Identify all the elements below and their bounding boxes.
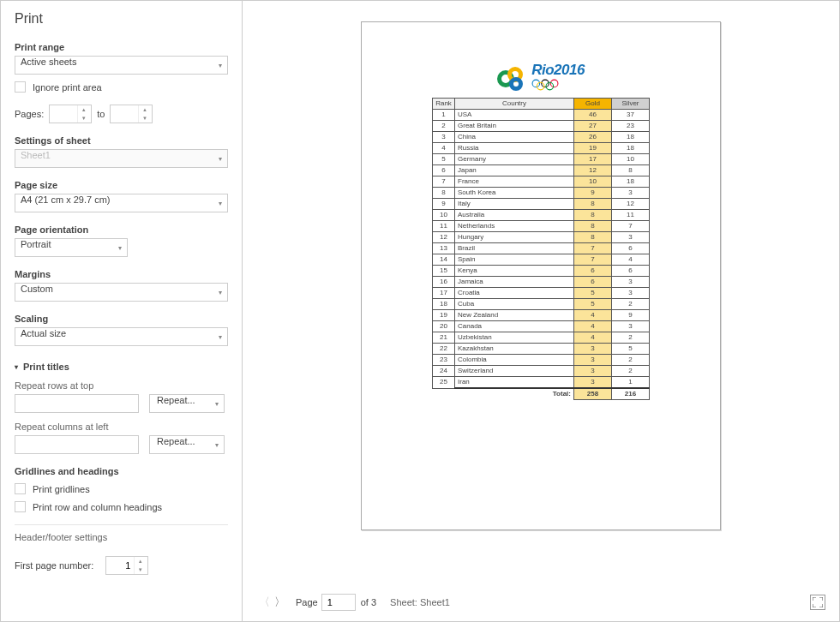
repeat-rows-button[interactable]: Repeat... ▾ xyxy=(149,394,225,413)
cell-rank: 23 xyxy=(433,355,455,366)
spinner-down-icon[interactable]: ▼ xyxy=(139,114,150,123)
pages-from-field[interactable] xyxy=(50,105,77,123)
cell-gold: 6 xyxy=(574,277,612,288)
cell-gold: 8 xyxy=(574,199,612,210)
prev-page-button[interactable]: 〈 xyxy=(256,595,272,610)
print-headings-checkbox[interactable] xyxy=(15,501,26,512)
table-row: 24Switzerland32 xyxy=(433,366,650,377)
ignore-print-area-checkbox[interactable] xyxy=(15,81,26,93)
first-page-input[interactable]: ▲▼ xyxy=(105,556,148,575)
page-size-value: A4 (21 cm x 29.7 cm) xyxy=(21,194,111,205)
gridlines-heading-label: Gridlines and headings xyxy=(15,466,228,476)
settings-of-sheet-select[interactable]: Sheet1 ▾ xyxy=(15,149,228,168)
print-settings-sidebar: Print Print range Active sheets ▾ Ignore… xyxy=(1,1,243,621)
cell-rank: 15 xyxy=(433,266,455,277)
table-row: 1USA4637 xyxy=(433,110,650,121)
pages-label: Pages: xyxy=(15,109,44,119)
cell-gold: 3 xyxy=(574,366,612,377)
spinner-down-icon[interactable]: ▼ xyxy=(78,114,89,123)
print-headings-label: Print row and column headings xyxy=(33,502,162,512)
repeat-cols-label: Repeat columns at left xyxy=(15,422,228,432)
cell-rank: 25 xyxy=(433,377,455,389)
cell-country: Spain xyxy=(455,254,574,266)
chevron-down-icon: ▾ xyxy=(219,289,222,296)
page-number-input[interactable] xyxy=(321,594,356,611)
table-row: 22Kazakhstan35 xyxy=(433,344,650,355)
cell-country: New Zealand xyxy=(455,310,574,321)
cell-silver: 2 xyxy=(612,366,650,377)
table-row: 2Great Britain2723 xyxy=(433,121,650,132)
cell-country: Australia xyxy=(455,210,574,221)
print-titles-header[interactable]: ▾ Print titles xyxy=(15,362,228,372)
divider xyxy=(15,524,228,525)
table-row: 13Brazil76 xyxy=(433,243,650,254)
preview-area: Rio2016 xyxy=(243,1,839,621)
cell-silver: 2 xyxy=(612,332,650,344)
cell-rank: 7 xyxy=(433,176,455,188)
table-row: 5Germany1710 xyxy=(433,154,650,165)
cell-gold: 5 xyxy=(574,288,612,299)
cell-silver: 4 xyxy=(612,254,650,266)
cell-rank: 2 xyxy=(433,121,455,132)
col-country: Country xyxy=(455,99,574,110)
cell-gold: 8 xyxy=(574,210,612,221)
pages-to-field[interactable] xyxy=(111,105,138,123)
cell-country: Iran xyxy=(455,377,574,389)
cell-rank: 8 xyxy=(433,188,455,199)
cell-gold: 7 xyxy=(574,243,612,254)
pages-to-input[interactable]: ▲▼ xyxy=(110,105,153,123)
table-row: 16Jamaica63 xyxy=(433,277,650,288)
repeat-rows-input[interactable] xyxy=(15,394,139,413)
page-size-select[interactable]: A4 (21 cm x 29.7 cm) ▾ xyxy=(15,194,228,212)
cell-country: France xyxy=(455,176,574,188)
cell-silver: 6 xyxy=(612,243,650,254)
print-gridlines-label: Print gridlines xyxy=(33,484,90,494)
chevron-down-icon: ▾ xyxy=(215,400,219,408)
table-row: 8South Korea93 xyxy=(433,188,650,199)
repeat-cols-input[interactable] xyxy=(15,435,139,454)
cell-silver: 18 xyxy=(612,143,650,154)
fit-to-window-button[interactable] xyxy=(810,595,825,610)
total-silver: 216 xyxy=(612,388,650,400)
olympic-rings-icon xyxy=(531,79,559,91)
print-range-select[interactable]: Active sheets ▾ xyxy=(15,56,228,75)
table-row: 6Japan128 xyxy=(433,165,650,176)
cell-gold: 9 xyxy=(574,188,612,199)
print-gridlines-checkbox[interactable] xyxy=(15,483,26,494)
next-page-button[interactable]: 〉 xyxy=(272,595,287,610)
cell-silver: 6 xyxy=(612,266,650,277)
pages-from-input[interactable]: ▲▼ xyxy=(49,105,92,123)
rio-logo-text: Rio2016 xyxy=(531,62,585,79)
cell-gold: 12 xyxy=(574,165,612,176)
cell-silver: 5 xyxy=(612,344,650,355)
expand-icon xyxy=(813,597,823,607)
spinner-down-icon[interactable]: ▼ xyxy=(135,565,146,574)
cell-country: USA xyxy=(455,110,574,121)
cell-gold: 27 xyxy=(574,121,612,132)
cell-rank: 17 xyxy=(433,288,455,299)
cell-rank: 3 xyxy=(433,132,455,143)
cell-silver: 3 xyxy=(612,277,650,288)
spinner-up-icon[interactable]: ▲ xyxy=(135,557,146,565)
cell-silver: 12 xyxy=(612,199,650,210)
margins-select[interactable]: Custom ▾ xyxy=(15,283,228,302)
table-row: 4Russia1918 xyxy=(433,143,650,154)
preview-page: Rio2016 xyxy=(361,21,721,530)
scaling-select[interactable]: Actual size ▾ xyxy=(15,327,228,346)
table-row: 14Spain74 xyxy=(433,254,650,266)
cell-gold: 3 xyxy=(574,355,612,366)
triangle-down-icon: ▾ xyxy=(15,363,18,371)
table-row: 23Colombia32 xyxy=(433,355,650,366)
orientation-select[interactable]: Portrait ▾ xyxy=(15,238,128,257)
cell-rank: 20 xyxy=(433,321,455,332)
chevron-down-icon: ▾ xyxy=(219,200,222,207)
table-row: 9Italy812 xyxy=(433,199,650,210)
settings-of-sheet-value: Sheet1 xyxy=(21,150,51,160)
total-label: Total: xyxy=(455,388,574,400)
repeat-cols-button[interactable]: Repeat... ▾ xyxy=(149,435,225,454)
margins-value: Custom xyxy=(21,284,53,294)
settings-of-sheet-label: Settings of sheet xyxy=(15,135,228,146)
first-page-field[interactable] xyxy=(106,557,134,574)
spinner-up-icon[interactable]: ▲ xyxy=(78,105,89,114)
spinner-up-icon[interactable]: ▲ xyxy=(139,105,150,114)
